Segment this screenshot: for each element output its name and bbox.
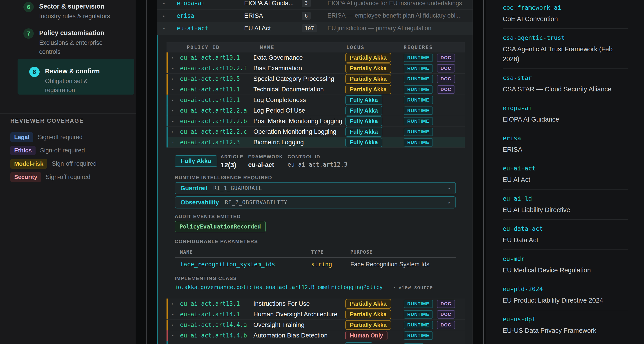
policy-id: eu-ai-act.art10.1 (180, 54, 253, 61)
caret-down-icon[interactable]: ▾ (163, 26, 165, 31)
caret-right-icon[interactable]: ▸ (166, 109, 180, 113)
policy-row[interactable]: ▸ eu-ai-act.art14.1 Human Oversight Arch… (166, 309, 465, 320)
framework-row-erisa[interactable]: ▸ erisa ERISA 6 ERISA — employee benefit… (156, 10, 472, 22)
ethics-badge: Ethics (10, 146, 36, 155)
view-source-link[interactable]: ▾ view source (394, 284, 433, 290)
caret-right-icon[interactable]: ▸ (448, 186, 450, 190)
locus-badge: Partially Akka (346, 309, 391, 319)
row-accent (166, 95, 168, 105)
policy-row[interactable]: ▸ eu-ai-act.art11.1 Technical Documentat… (166, 84, 465, 95)
policy-row-clipped[interactable] (166, 341, 465, 344)
caret-down-icon[interactable]: ▾ (166, 140, 180, 144)
directory-item-fda-ai-ml[interactable]: fda-ai-ml FDA AI/ML Action Plan (503, 340, 628, 344)
row-accent (166, 127, 168, 137)
policy-row[interactable]: ▸ eu-ai-act.art13.1 Instructions For Use… (166, 298, 465, 309)
caret-down-icon: ▾ (394, 285, 396, 289)
directory-item-eu-ai-act[interactable]: eu-ai-act EU AI Act (503, 159, 628, 190)
caret-right-icon[interactable]: ▸ (166, 130, 180, 134)
directory-name: EIOPA AI Guidance (503, 114, 628, 124)
policy-row[interactable]: ▸ eu-ai-act.art10.2.f Bias Examination P… (166, 63, 465, 74)
policy-row[interactable]: ▸ eu-ai-act.art14.4.a Oversight Training… (166, 320, 465, 330)
policy-id: eu-ai-act.art10.2.f (180, 65, 253, 72)
caret-right-icon[interactable]: ▸ (166, 66, 180, 70)
directory-item-eu-mdr[interactable]: eu-mdr EU Medical Device Regulation (503, 250, 628, 280)
directory-item-csa-agentic-trust[interactable]: csa-agentic-trust CSA Agentic AI Trust F… (503, 29, 628, 69)
directory-id: eu-ai-act (503, 164, 628, 173)
caret-right-icon[interactable]: ▸ (166, 333, 180, 337)
directory-id: erisa (503, 134, 628, 143)
framework-id: eu-ai-act (177, 25, 208, 32)
runtime-badge: RUNTIME (404, 75, 433, 83)
policy-row[interactable]: ▸ eu-ai-act.art12.2.c Operation Monitori… (166, 127, 465, 137)
policy-row[interactable]: ▸ eu-ai-act.art12.1 Log Completeness Ful… (166, 95, 465, 105)
policy-id: eu-ai-act.art12.1 (180, 97, 253, 103)
runtime-badge: RUNTIME (404, 96, 433, 104)
step-7-title: Policy customisation (39, 28, 116, 37)
reviewer-row-ethics: Ethics Sign-off required (10, 146, 85, 155)
caret-right-icon[interactable]: ▸ (166, 302, 180, 306)
directory-item-csa-star[interactable]: csa-star CSA STAR — Cloud Security Allia… (503, 69, 628, 99)
policy-name: Log Completeness (253, 96, 346, 104)
locus-badge: Fully Akka (346, 106, 382, 116)
guardrail-code: RI_1_GUARDRAIL (213, 185, 262, 191)
left-gutter (136, 0, 156, 344)
policy-row-selected[interactable]: ▾ eu-ai-act.art12.3 Biometric Logging Fu… (166, 137, 465, 148)
directory-item-erisa[interactable]: erisa ERISA (503, 129, 628, 159)
runtime-intelligence-heading: RUNTIME INTELLIGENCE REQUIRED (174, 175, 272, 181)
main-scrollbar[interactable] (483, 0, 484, 344)
directory-item-eu-ai-ld[interactable]: eu-ai-ld EU AI Liability Directive (503, 190, 628, 220)
framework-row-eiopa-ai[interactable]: ▸ eiopa-ai EIOPA AI Guida... 3 EIOPA AI … (156, 0, 472, 10)
param-divider (174, 257, 456, 258)
step-policy-customisation[interactable]: 7 Policy customisation Exclusions & ente… (24, 28, 116, 56)
caret-right-icon[interactable]: ▸ (163, 1, 165, 6)
framework-description: ERISA — employee benefit plan AI fiducia… (328, 12, 462, 19)
caret-right-icon[interactable]: ▸ (166, 87, 180, 91)
step-review-confirm[interactable]: 8 Review & confirm Obligation set & regi… (29, 67, 117, 95)
runtime-badge: RUNTIME (404, 310, 433, 318)
policy-row[interactable]: ▸ eu-ai-act.art12.2.a Log Period Of Use … (166, 105, 465, 116)
policy-table: POLICY ID NAME LOCUS REQUIRES ▸ eu-ai-ac… (166, 42, 465, 344)
caret-right-icon[interactable]: ▸ (166, 312, 180, 316)
caret-right-icon[interactable]: ▸ (166, 119, 180, 123)
view-source-label: view source (398, 284, 432, 290)
directory-id: eu-ai-ld (503, 194, 628, 203)
locus-badge: Fully Akka (346, 127, 382, 137)
policy-row[interactable]: ▸ eu-ai-act.art10.1 Data Governance Part… (166, 53, 465, 63)
directory-item-eu-pld-2024[interactable]: eu-pld-2024 EU Product Liability Directi… (503, 280, 628, 310)
locus-badge: Fully Akka (346, 138, 382, 147)
step-sector-supervision[interactable]: 6 Sector & supervision Industry rules & … (24, 2, 110, 21)
policy-name: Data Governance (253, 54, 346, 61)
implementing-class-value: io.akka.governance.policies.euaiact.art1… (174, 284, 383, 290)
observability-expander[interactable]: Observability RI_2_OBSERVABILITY ▸ (174, 196, 456, 208)
caret-right-icon[interactable]: ▸ (166, 56, 180, 60)
row-accent (166, 63, 168, 73)
caret-right-icon[interactable]: ▸ (448, 200, 450, 205)
param-header-type: TYPE (311, 249, 324, 255)
step-8-subtitle: Obligation set & registration (45, 77, 117, 95)
guardrail-expander[interactable]: Guardrail RI_1_GUARDRAIL ▸ (174, 182, 456, 194)
policy-row[interactable]: ▸ eu-ai-act.art12.2.b Post Market Monito… (166, 116, 465, 127)
directory-item-coe-framework-ai[interactable]: coe-framework-ai CoE AI Convention (503, 0, 628, 29)
left-scrollbar[interactable] (146, 0, 147, 344)
directory-id: eu-mdr (503, 254, 628, 263)
detail-field-control-id: CONTROL ID eu-ai-act.art12.3 (288, 154, 348, 168)
caret-right-icon[interactable]: ▸ (166, 98, 180, 102)
caret-right-icon[interactable]: ▸ (166, 323, 180, 327)
runtime-badge: RUNTIME (404, 128, 433, 136)
policy-id: eu-ai-act.art10.5 (180, 75, 253, 82)
policy-row[interactable]: ▸ eu-ai-act.art14.4.b Automation Bias De… (166, 330, 465, 341)
reviewer-coverage-heading: REVIEWER COVERAGE (10, 118, 84, 124)
caret-right-icon[interactable]: ▸ (166, 77, 180, 81)
directory-id: eu-us-dpf (503, 315, 628, 324)
directory-item-eiopa-ai[interactable]: eiopa-ai EIOPA AI Guidance (503, 99, 628, 129)
directory-name: EU AI Act (503, 175, 628, 185)
framework-row-eu-ai-act[interactable]: ▾ eu-ai-act EU AI Act 107 EU jurisdictio… (156, 22, 472, 35)
directory-item-eu-data-act[interactable]: eu-data-act EU Data Act (503, 220, 628, 250)
caret-right-icon[interactable]: ▸ (163, 13, 165, 18)
directory-item-eu-us-dpf[interactable]: eu-us-dpf EU-US Data Privacy Framework (503, 310, 628, 340)
param-type: string (311, 261, 332, 268)
directory-id: eiopa-ai (503, 104, 628, 113)
locus-badge (346, 342, 372, 344)
policy-row[interactable]: ▸ eu-ai-act.art10.5 Special Category Pro… (166, 74, 465, 84)
step-6-circle: 6 (24, 2, 34, 12)
